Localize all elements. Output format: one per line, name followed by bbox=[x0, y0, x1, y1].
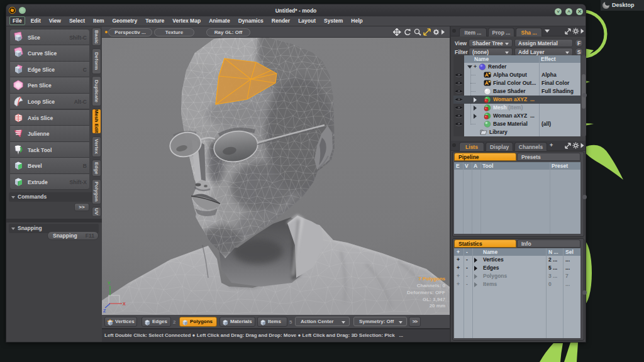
svg-text:GL: 3,947: GL: 3,947 bbox=[423, 297, 446, 302]
svg-text:Y: Y bbox=[108, 281, 111, 285]
svg-text:Z: Z bbox=[103, 309, 106, 313]
svg-text:7 Polygons: 7 Polygons bbox=[418, 276, 445, 282]
svg-text:20 mm: 20 mm bbox=[430, 303, 445, 309]
svg-text:Deformers: OFF: Deformers: OFF bbox=[407, 290, 445, 295]
svg-text:X: X bbox=[123, 302, 126, 306]
svg-text:Channels: 0: Channels: 0 bbox=[417, 283, 446, 288]
